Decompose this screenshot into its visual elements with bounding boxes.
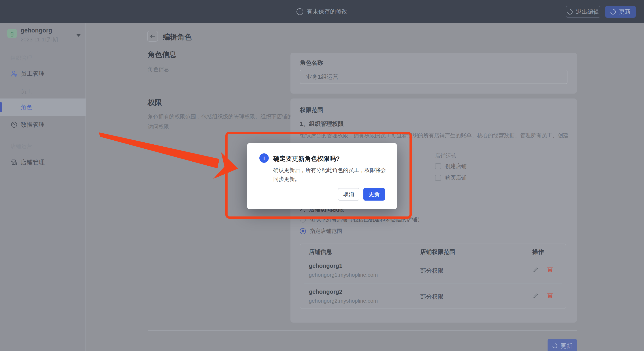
col-actions: 操作 (532, 248, 544, 256)
dialog-body: 确认更新后，所有分配此角色的员工，权限将会同步更新。 (273, 166, 390, 184)
cancel-button[interactable]: 取消 (338, 188, 359, 201)
shop-scope: 部分权限 (420, 293, 444, 301)
org-name: gehongorg (20, 27, 52, 34)
checkbox-create-shop[interactable]: 创建店铺 (435, 163, 466, 170)
org-avatar: g (8, 29, 17, 38)
delete-button[interactable] (546, 291, 554, 299)
sidebar-item-label: 数据管理 (20, 121, 45, 129)
pencil-icon (532, 266, 540, 273)
app-root: i 有未保存的修改 退出编辑 更新 g gehongorg 2023-11-11… (0, 0, 644, 351)
sidebar: g gehongorg 2023-11-11到期 组织管理 员工管理 员工 角色 (0, 23, 86, 351)
sidebar-item-label: 店铺管理 (20, 158, 45, 166)
sidebar-item-staff[interactable]: 员工 (0, 86, 86, 97)
loading-spinner-icon (552, 342, 558, 349)
col-scope: 店铺权限范围 (420, 248, 455, 256)
shop-ops-group-title: 店铺运营 (435, 152, 456, 159)
footer-update-label: 更新 (560, 342, 572, 350)
role-name-label: 角色名称 (300, 59, 323, 67)
checkbox-label: 创建店铺 (445, 163, 466, 170)
sidebar-item-role-active[interactable]: 角色 (0, 99, 86, 116)
sidebar-item-shop-mgmt[interactable]: 店铺管理 (0, 156, 86, 169)
radio-icon[interactable] (300, 216, 306, 222)
role-name-input[interactable] (300, 70, 568, 84)
radio-label: 指定店铺范围 (310, 227, 342, 235)
col-shop-info: 店铺信息 (309, 248, 332, 256)
loading-spinner-icon (609, 8, 617, 16)
checkbox-buy-shop[interactable]: 购买店铺 (435, 174, 466, 181)
dialog-title: 确定要更新角色权限吗? (273, 154, 340, 163)
role-info-desc: 角色信息 (148, 64, 169, 74)
table-row: gehongorg1 gehongorg1.myshopline.com 部分权… (300, 258, 566, 283)
role-info-heading: 角色信息 (148, 50, 176, 60)
radio-selected-icon[interactable] (300, 228, 306, 234)
edit-button[interactable] (532, 291, 540, 299)
org-expiry: 2023-11-11到期 (20, 36, 58, 43)
table-row: gehongorg2 gehongorg2.myshopline.com 部分权… (300, 284, 566, 309)
storefront-icon (10, 158, 18, 166)
edit-button[interactable] (532, 265, 540, 273)
radio-label: 组织下所有店铺（包括已创建和未创建的店铺） (310, 216, 423, 223)
checkbox-icon[interactable] (435, 163, 441, 169)
sidebar-section-org: 组织管理 (10, 54, 32, 62)
page-title: 编辑角色 (163, 32, 192, 42)
active-indicator (0, 102, 2, 112)
delete-button[interactable] (546, 265, 554, 273)
shop-domain: gehongorg2.myshopline.com (309, 298, 378, 304)
footer-divider (148, 330, 577, 331)
trash-icon (546, 266, 554, 273)
sidebar-item-data-mgmt[interactable]: 数据管理 (0, 118, 86, 131)
sidebar-item-label: 员工 (20, 88, 32, 95)
topbar-update-button[interactable]: 更新 (605, 6, 636, 18)
footer-update-button[interactable]: 更新 (548, 339, 577, 351)
exit-edit-label: 退出编辑 (576, 8, 599, 16)
checkbox-label: 购买店铺 (445, 174, 466, 181)
shop-scope: 部分权限 (420, 267, 444, 275)
topbar: i 有未保存的修改 退出编辑 更新 (0, 0, 644, 23)
chevron-down-icon[interactable] (76, 34, 81, 37)
permission-scope-title: 权限范围 (300, 106, 323, 114)
table-header: 店铺信息 店铺权限范围 操作 (300, 244, 566, 258)
permissions-card: 权限范围 1、组织管理权限 组织后台的管理权限，拥有权限的员工可查看组织的所有店… (290, 99, 577, 322)
info-icon: i (259, 153, 269, 163)
shop-domain: gehongorg1.myshopline.com (309, 272, 378, 278)
sidebar-section-shop: 店铺运营 (10, 143, 32, 150)
info-icon: i (296, 8, 303, 15)
shop-name: gehongorg2 (309, 288, 342, 295)
back-button[interactable] (147, 31, 158, 42)
unsaved-changes-label: 有未保存的修改 (307, 8, 348, 16)
loading-spinner-icon (566, 8, 574, 16)
trash-icon (546, 292, 554, 299)
user-icon (10, 70, 18, 78)
shop-permission-table: 店铺信息 店铺权限范围 操作 gehongorg1 gehongorg1.mys… (300, 244, 566, 309)
topbar-update-label: 更新 (619, 8, 630, 16)
shop-name: gehongorg1 (309, 262, 342, 269)
org-permission-title: 1、组织管理权限 (300, 120, 344, 128)
confirm-update-dialog: i 确定要更新角色权限吗? 确认更新后，所有分配此角色的员工，权限将会同步更新。… (247, 143, 397, 209)
sidebar-item-label: 员工管理 (20, 70, 45, 78)
exit-edit-button[interactable]: 退出编辑 (566, 6, 600, 18)
permissions-desc: 角色拥有的权限范围，包括组织级的管理权限、组织下店铺的访问权限 (148, 112, 293, 132)
arrow-left-icon (149, 33, 156, 40)
gauge-icon (10, 121, 18, 129)
radio-all-shops[interactable]: 组织下所有店铺（包括已创建和未创建的店铺） (300, 216, 423, 223)
permissions-heading: 权限 (148, 98, 162, 108)
pencil-icon (532, 292, 540, 299)
sidebar-item-staff-mgmt[interactable]: 员工管理 (0, 67, 86, 80)
role-name-card: 角色名称 (290, 53, 577, 94)
unsaved-changes-status: i 有未保存的修改 (296, 0, 348, 23)
sidebar-item-label: 角色 (20, 103, 32, 111)
confirm-update-button[interactable]: 更新 (364, 188, 385, 201)
checkbox-icon[interactable] (435, 175, 441, 181)
radio-specified-shops[interactable]: 指定店铺范围 (300, 227, 342, 235)
